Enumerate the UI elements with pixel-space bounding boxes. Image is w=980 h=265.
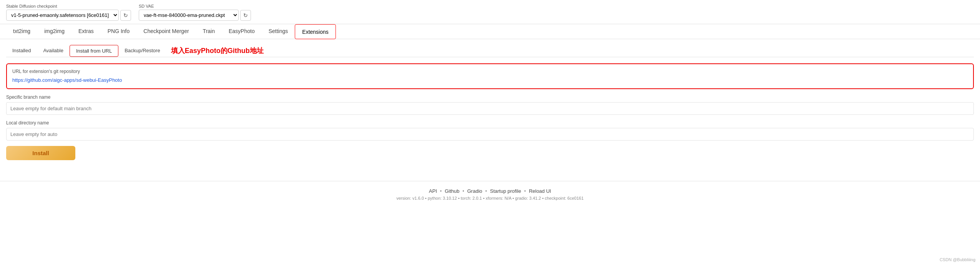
footer-startup-link[interactable]: Startup profile: [490, 188, 521, 194]
annotation-text: 填入EasyPhoto的Github地址: [171, 45, 264, 57]
tab-img2img[interactable]: img2img: [37, 24, 71, 39]
git-url-label: URL for extension's git repository: [12, 69, 968, 74]
footer-links: API • Github • Gradio • Startup profile …: [0, 188, 980, 194]
tab-pnginfo[interactable]: PNG Info: [101, 24, 137, 39]
local-dir-label: Local directory name: [6, 120, 974, 126]
sdvae-refresh-icon: ↻: [243, 12, 248, 18]
content-area: Installed Available Install from URL Bac…: [0, 39, 980, 166]
sub-tab-install-from-url[interactable]: Install from URL: [70, 45, 118, 57]
footer: API • Github • Gradio • Startup profile …: [0, 181, 980, 204]
sdvae-group: SD VAE vae-ft-mse-840000-ema-pruned.ckpt…: [139, 4, 251, 21]
git-url-section: URL for extension's git repository: [6, 63, 974, 89]
sub-tabs: Installed Available Install from URL Bac…: [6, 45, 974, 57]
sdvae-select-row: vae-ft-mse-840000-ema-pruned.ckpt ↻: [139, 10, 251, 21]
sdvae-label: SD VAE: [139, 4, 251, 8]
checkpoint-refresh-button[interactable]: ↻: [120, 10, 131, 21]
tab-extras[interactable]: Extras: [71, 24, 101, 39]
checkpoint-label: Stable Diffusion checkpoint: [6, 4, 131, 8]
tab-checkpoint-merger[interactable]: Checkpoint Merger: [136, 24, 196, 39]
footer-version: version: v1.6.0 • python: 3.10.12 • torc…: [0, 196, 980, 200]
install-button[interactable]: Install: [6, 146, 75, 160]
checkpoint-select-row: v1-5-pruned-emaonly.safetensors [6ce0161…: [6, 10, 131, 21]
footer-gradio-link[interactable]: Gradio: [467, 188, 482, 194]
branch-input[interactable]: [6, 102, 974, 115]
local-dir-section: Local directory name: [6, 120, 974, 141]
tab-settings[interactable]: Settings: [262, 24, 295, 39]
refresh-icon: ↻: [123, 12, 128, 18]
git-url-input[interactable]: [12, 76, 968, 84]
checkpoint-select[interactable]: v1-5-pruned-emaonly.safetensors [6ce0161…: [6, 10, 119, 21]
sub-tab-available[interactable]: Available: [37, 45, 70, 57]
tab-extensions[interactable]: Extensions: [295, 24, 336, 39]
sub-tab-installed[interactable]: Installed: [6, 45, 37, 57]
footer-github-link[interactable]: Github: [445, 188, 459, 194]
main-tabs: txt2img img2img Extras PNG Info Checkpoi…: [0, 24, 980, 39]
branch-section: Specific branch name: [6, 94, 974, 115]
footer-reload-link[interactable]: Reload UI: [529, 188, 551, 194]
sdvae-select[interactable]: vae-ft-mse-840000-ema-pruned.ckpt: [139, 10, 239, 21]
local-dir-input[interactable]: [6, 128, 974, 141]
tab-easyphoto[interactable]: EasyPhoto: [222, 24, 262, 39]
footer-api-link[interactable]: API: [429, 188, 437, 194]
tab-train[interactable]: Train: [196, 24, 222, 39]
sub-tab-backup-restore[interactable]: Backup/Restore: [118, 45, 166, 57]
checkpoint-group: Stable Diffusion checkpoint v1-5-pruned-…: [6, 4, 131, 21]
sdvae-refresh-button[interactable]: ↻: [240, 10, 251, 21]
branch-label: Specific branch name: [6, 94, 974, 100]
tab-txt2img[interactable]: txt2img: [6, 24, 37, 39]
top-bar: Stable Diffusion checkpoint v1-5-pruned-…: [0, 0, 980, 24]
